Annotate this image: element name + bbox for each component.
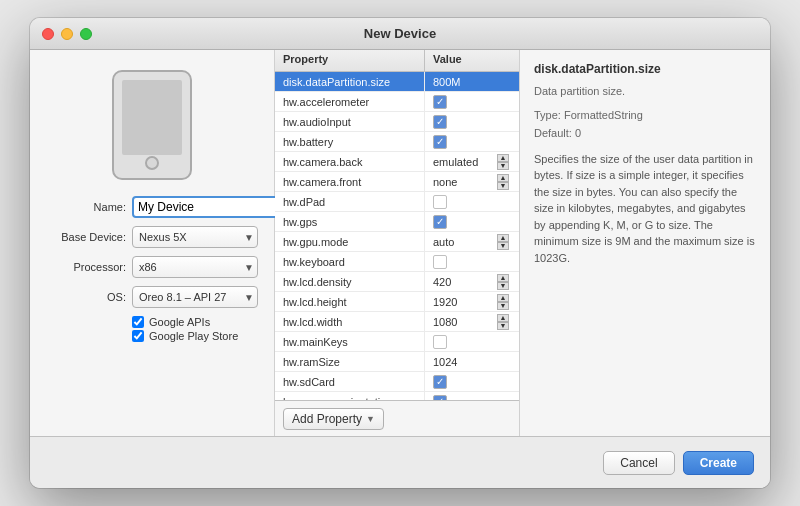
close-button[interactable]	[42, 28, 54, 40]
checkbox-unchecked-icon[interactable]	[433, 195, 447, 209]
stepper-up-button[interactable]: ▲	[497, 314, 509, 322]
device-preview	[112, 70, 192, 180]
stepper-down-button[interactable]: ▼	[497, 242, 509, 250]
stepper-down-button[interactable]: ▼	[497, 282, 509, 290]
detail-empty-label: Data partition size.	[534, 84, 756, 99]
base-device-select[interactable]: Nexus 5X	[132, 226, 258, 248]
stepper-buttons: ▲▼	[497, 234, 509, 250]
table-row[interactable]: hw.audioInput✓	[275, 112, 519, 132]
stepper-value: emulated	[433, 156, 495, 168]
stepper-wrap: none▲▼	[433, 174, 511, 190]
processor-field-row: Processor: x86 ▼	[46, 256, 258, 278]
left-panel: Name: Base Device: Nexus 5X ▼ Processor:	[30, 50, 275, 436]
stepper-down-button[interactable]: ▼	[497, 162, 509, 170]
processor-select[interactable]: x86	[132, 256, 258, 278]
cell-value: ✓	[425, 372, 519, 391]
google-play-label: Google Play Store	[149, 330, 238, 342]
table-row[interactable]: disk.dataPartition.size800M	[275, 72, 519, 92]
stepper-value: auto	[433, 236, 495, 248]
type-value: FormattedString	[564, 109, 643, 121]
cell-value	[425, 192, 519, 211]
stepper-up-button[interactable]: ▲	[497, 174, 509, 182]
stepper-up-button[interactable]: ▲	[497, 154, 509, 162]
window-title: New Device	[364, 26, 436, 41]
checkboxes-area: Google APIs Google Play Store	[46, 316, 258, 344]
stepper-down-button[interactable]: ▼	[497, 182, 509, 190]
stepper-up-button[interactable]: ▲	[497, 234, 509, 242]
checkbox-checked-icon[interactable]: ✓	[433, 375, 447, 389]
cancel-button[interactable]: Cancel	[603, 451, 674, 475]
checkbox-checked-icon[interactable]: ✓	[433, 215, 447, 229]
table-row[interactable]: hw.accelerometer✓	[275, 92, 519, 112]
cell-property: hw.keyboard	[275, 252, 425, 271]
stepper-down-button[interactable]: ▼	[497, 322, 509, 330]
google-apis-checkbox[interactable]	[132, 316, 144, 328]
table-row[interactable]: hw.sdCard✓	[275, 372, 519, 392]
table-row[interactable]: hw.lcd.density420▲▼	[275, 272, 519, 292]
stepper-wrap: emulated▲▼	[433, 154, 511, 170]
table-row[interactable]: hw.sensors.orientation✓	[275, 392, 519, 400]
cell-value: 1080▲▼	[425, 312, 519, 331]
add-property-button[interactable]: Add Property ▼	[283, 408, 384, 430]
cell-value: auto▲▼	[425, 232, 519, 251]
cell-property: hw.sensors.orientation	[275, 392, 425, 400]
table-row[interactable]: hw.keyboard	[275, 252, 519, 272]
cell-property: hw.gpu.mode	[275, 232, 425, 251]
table-row[interactable]: hw.lcd.height1920▲▼	[275, 292, 519, 312]
create-button[interactable]: Create	[683, 451, 754, 475]
table-row[interactable]: hw.ramSize1024	[275, 352, 519, 372]
google-play-row: Google Play Store	[132, 330, 258, 342]
cell-property: hw.gps	[275, 212, 425, 231]
maximize-button[interactable]	[80, 28, 92, 40]
stepper-value: 1080	[433, 316, 495, 328]
checkbox-checked-icon[interactable]: ✓	[433, 115, 447, 129]
table-row[interactable]: hw.gpu.modeauto▲▼	[275, 232, 519, 252]
os-select[interactable]: Oreo 8.1 – API 27	[132, 286, 258, 308]
stepper-buttons: ▲▼	[497, 154, 509, 170]
cell-value: ✓	[425, 112, 519, 131]
main-window: New Device Name: Base Device: Nexus 5X	[30, 18, 770, 488]
stepper-up-button[interactable]: ▲	[497, 274, 509, 282]
add-property-label: Add Property	[292, 412, 362, 426]
checkbox-checked-icon[interactable]: ✓	[433, 135, 447, 149]
name-field-row: Name:	[46, 196, 258, 218]
cell-value: ✓	[425, 212, 519, 231]
detail-meta: Type: FormattedString Default: 0	[534, 107, 756, 142]
checkbox-checked-icon[interactable]: ✓	[433, 95, 447, 109]
table-row[interactable]: hw.mainKeys	[275, 332, 519, 352]
table-row[interactable]: hw.gps✓	[275, 212, 519, 232]
stepper-wrap: 1920▲▼	[433, 294, 511, 310]
cell-property: hw.lcd.density	[275, 272, 425, 291]
cell-value	[425, 332, 519, 351]
table-row[interactable]: hw.lcd.width1080▲▼	[275, 312, 519, 332]
cell-property: hw.audioInput	[275, 112, 425, 131]
table-row[interactable]: hw.camera.backemulated▲▼	[275, 152, 519, 172]
table-row[interactable]: hw.dPad	[275, 192, 519, 212]
default-value: 0	[575, 127, 581, 139]
table-row[interactable]: hw.camera.frontnone▲▼	[275, 172, 519, 192]
add-property-dropdown-icon: ▼	[366, 414, 375, 424]
stepper-down-button[interactable]: ▼	[497, 302, 509, 310]
google-play-checkbox[interactable]	[132, 330, 144, 342]
right-panel: disk.dataPartition.size Data partition s…	[520, 50, 770, 436]
minimize-button[interactable]	[61, 28, 73, 40]
bottom-bar: Cancel Create	[30, 436, 770, 488]
table-row[interactable]: hw.battery✓	[275, 132, 519, 152]
checkbox-unchecked-icon[interactable]	[433, 255, 447, 269]
cell-value	[425, 252, 519, 271]
cell-property: hw.battery	[275, 132, 425, 151]
cell-property: hw.camera.back	[275, 152, 425, 171]
cell-property: hw.lcd.height	[275, 292, 425, 311]
cell-property: disk.dataPartition.size	[275, 72, 425, 91]
cell-property: hw.dPad	[275, 192, 425, 211]
stepper-value: 420	[433, 276, 495, 288]
stepper-buttons: ▲▼	[497, 314, 509, 330]
cell-property: hw.mainKeys	[275, 332, 425, 351]
cell-property: hw.camera.front	[275, 172, 425, 191]
stepper-up-button[interactable]: ▲	[497, 294, 509, 302]
header-value: Value	[425, 50, 519, 71]
cell-value: ✓	[425, 132, 519, 151]
name-input[interactable]	[132, 196, 294, 218]
table-body: disk.dataPartition.size800Mhw.accelerome…	[275, 72, 519, 400]
checkbox-unchecked-icon[interactable]	[433, 335, 447, 349]
